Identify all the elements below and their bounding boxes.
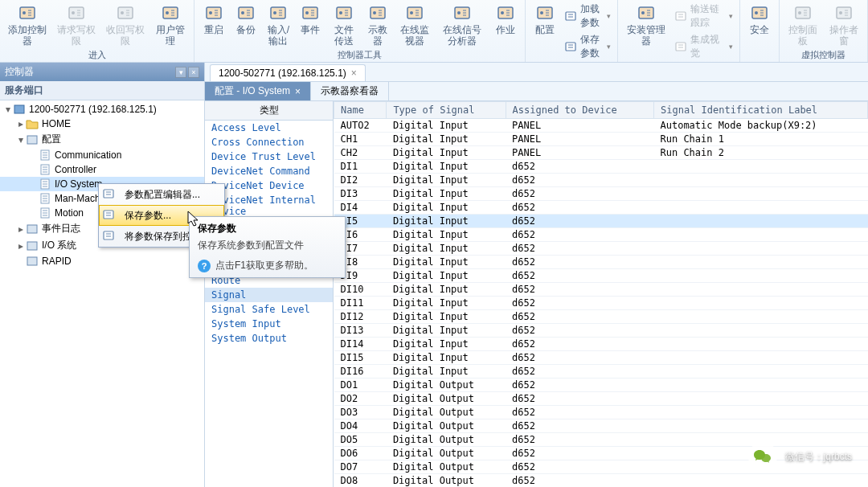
table-row[interactable]: DI7Digital Inputd652 bbox=[334, 242, 868, 256]
ribbon-signal-an[interactable]: 在线信号分析器 bbox=[436, 2, 489, 48]
svg-rect-24 bbox=[337, 7, 351, 18]
table-row[interactable]: DI10Digital Inputd652 bbox=[334, 283, 868, 297]
context-menu-item[interactable]: 参数配置编辑器... bbox=[99, 184, 224, 205]
close-icon[interactable]: × bbox=[295, 86, 301, 97]
close-icon[interactable]: × bbox=[351, 68, 357, 79]
ribbon-write-rev: 收回写权限 bbox=[101, 2, 150, 48]
table-row[interactable]: CH1Digital InputPANELRun Chain 1 bbox=[334, 133, 868, 146]
table-row[interactable]: DI15Digital Inputd652 bbox=[334, 351, 868, 365]
table-row[interactable]: DI5Digital Inputd652 bbox=[334, 215, 868, 228]
svg-rect-54 bbox=[796, 7, 810, 18]
column-header[interactable]: Name bbox=[334, 102, 387, 119]
svg-rect-30 bbox=[407, 7, 422, 18]
watermark-text: 微信号：jqrbcts bbox=[785, 450, 852, 464]
main-tab[interactable]: 1200-502771 (192.168.125.1) × bbox=[210, 64, 366, 81]
table-row[interactable]: DI2Digital Inputd652 bbox=[334, 174, 868, 187]
svg-rect-18 bbox=[271, 7, 285, 18]
table-row[interactable]: DI11Digital Inputd652 bbox=[334, 297, 868, 310]
table-row[interactable]: DI12Digital Inputd652 bbox=[334, 310, 868, 324]
type-item[interactable]: Access Level bbox=[205, 121, 333, 135]
table-row[interactable]: DI16Digital Inputd652 bbox=[334, 365, 868, 379]
conveyor-icon bbox=[674, 10, 687, 23]
controller-tree: ▾1200-502771 (192.168.125.1)▸HOME▾配置Comm… bbox=[0, 100, 204, 487]
ribbon-toolbar: 添加控制器请求写权限收回写权限用户管理进入重启备份输入/ 输出事件文件传送示教器… bbox=[0, 0, 868, 63]
ribbon-save-param[interactable]: 保存参数▾ bbox=[561, 32, 614, 61]
table-row[interactable]: DI14Digital Inputd652 bbox=[334, 338, 868, 351]
svg-rect-6 bbox=[118, 7, 133, 18]
svg-rect-60 bbox=[14, 105, 24, 113]
tree-node[interactable]: ▸HOME bbox=[0, 117, 204, 131]
ribbon-teach[interactable]: 示教器 bbox=[362, 2, 394, 48]
ribbon-restart[interactable]: 重启 bbox=[198, 2, 230, 48]
tooltip-help-text: 点击F1获取更多帮助。 bbox=[215, 259, 313, 272]
table-row[interactable]: DO1Digital Outputd652 bbox=[334, 379, 868, 392]
column-header[interactable]: Type of Signal bbox=[387, 102, 506, 119]
ribbon-load-param[interactable]: 加载参数▾ bbox=[561, 2, 614, 31]
table-row[interactable]: DO8Digital Outputd652 bbox=[334, 474, 868, 488]
svg-point-38 bbox=[501, 11, 504, 14]
ribbon-users[interactable]: 用户管理 bbox=[149, 2, 190, 48]
tree-node[interactable]: Communication bbox=[0, 148, 204, 162]
ribbon-controller[interactable]: 添加控制器 bbox=[3, 2, 52, 48]
ribbon-backup[interactable]: 备份 bbox=[230, 2, 262, 48]
sub-tab[interactable]: 配置 - I/O System× bbox=[205, 82, 311, 100]
table-row[interactable]: DI4Digital Inputd652 bbox=[334, 201, 868, 215]
table-row[interactable]: DI8Digital Inputd652 bbox=[334, 256, 868, 269]
type-item[interactable]: Signal bbox=[205, 288, 333, 302]
restart-icon bbox=[203, 3, 225, 23]
type-item[interactable]: DeviceNet Command bbox=[205, 164, 333, 178]
ribbon-events[interactable]: 事件 bbox=[294, 2, 326, 48]
sub-tab-bar: 配置 - I/O System×示教器察看器 bbox=[205, 82, 868, 101]
tree-node[interactable]: ▾1200-502771 (192.168.125.1) bbox=[0, 102, 204, 117]
table-row[interactable]: DO2Digital Outputd652 bbox=[334, 392, 868, 406]
svg-rect-3 bbox=[69, 7, 84, 18]
svg-point-53 bbox=[755, 11, 758, 14]
tree-node[interactable]: ▾配置 bbox=[0, 131, 204, 148]
svg-point-29 bbox=[373, 11, 376, 14]
svg-point-56 bbox=[798, 11, 801, 14]
rapid-icon bbox=[26, 256, 39, 267]
panel-close-icon[interactable]: × bbox=[188, 67, 199, 78]
table-row[interactable]: DI13Digital Inputd652 bbox=[334, 324, 868, 338]
signal-grid[interactable]: NameType of SignalAssigned to DeviceSign… bbox=[334, 101, 868, 487]
svg-point-41 bbox=[540, 11, 543, 14]
type-item[interactable]: Cross Connection bbox=[205, 135, 333, 149]
ribbon-file-xfer[interactable]: 文件传送 bbox=[326, 2, 362, 48]
write-rev-icon bbox=[114, 3, 137, 23]
svg-rect-0 bbox=[20, 7, 35, 18]
table-row[interactable]: DO4Digital Outputd652 bbox=[334, 419, 868, 433]
table-row[interactable]: DI9Digital Inputd652 bbox=[334, 269, 868, 283]
svg-rect-27 bbox=[371, 7, 385, 18]
svg-point-23 bbox=[305, 11, 309, 14]
type-item[interactable]: Device Trust Level bbox=[205, 149, 333, 164]
svg-point-20 bbox=[273, 11, 276, 14]
table-row[interactable]: DI1Digital Inputd652 bbox=[334, 160, 868, 174]
table-row[interactable]: DO3Digital Outputd652 bbox=[334, 406, 868, 419]
table-row[interactable]: AUTO2Digital InputPANELAutomatic Mode ba… bbox=[334, 119, 868, 133]
column-header[interactable]: Signal Identification Label bbox=[653, 102, 867, 119]
ribbon-job[interactable]: 作业 bbox=[489, 2, 522, 48]
load-param-icon bbox=[564, 10, 577, 23]
svg-rect-36 bbox=[498, 7, 513, 18]
tooltip-title: 保存参数 bbox=[198, 222, 337, 235]
backup-icon bbox=[235, 3, 257, 23]
ribbon-safety[interactable]: 安全 bbox=[743, 2, 776, 60]
column-header[interactable]: Assigned to Device bbox=[506, 102, 653, 119]
events-icon bbox=[299, 3, 321, 23]
table-row[interactable]: CH2Digital InputPANELRun Chain 2 bbox=[334, 146, 868, 160]
ribbon-io[interactable]: 输入/ 输出 bbox=[262, 2, 294, 48]
tooltip-help: ? 点击F1获取更多帮助。 bbox=[198, 259, 337, 272]
panel-dropdown-icon[interactable]: ▾ bbox=[175, 67, 186, 78]
svg-rect-71 bbox=[104, 211, 113, 219]
svg-rect-43 bbox=[566, 43, 575, 51]
tree-node[interactable]: Controller bbox=[0, 162, 204, 177]
job-icon bbox=[494, 3, 517, 23]
type-item[interactable]: System Output bbox=[205, 331, 333, 346]
ribbon-online-mon[interactable]: 在线监视器 bbox=[394, 2, 436, 48]
sub-tab[interactable]: 示教器察看器 bbox=[311, 82, 389, 100]
type-item[interactable]: System Input bbox=[205, 317, 333, 331]
tree-node[interactable]: RAPID bbox=[0, 254, 204, 268]
table-row[interactable]: DI6Digital Inputd652 bbox=[334, 228, 868, 242]
type-item[interactable]: Signal Safe Level bbox=[205, 302, 333, 317]
table-row[interactable]: DI3Digital Inputd652 bbox=[334, 187, 868, 201]
